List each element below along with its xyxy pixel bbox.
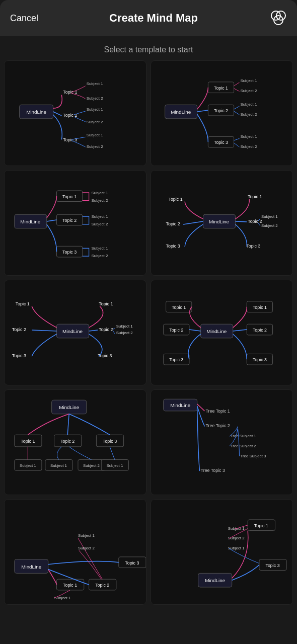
svg-text:Topic 2: Topic 2	[99, 327, 113, 332]
svg-text:Subject 2: Subject 2	[83, 463, 100, 468]
svg-text:MindLine: MindLine	[209, 219, 229, 224]
template-card-2[interactable]: MindLine Topic 1 Subject 1 Subject 2 Top…	[151, 60, 293, 166]
svg-text:MindLine: MindLine	[26, 109, 46, 115]
svg-text:Subject 1: Subject 1	[87, 82, 103, 86]
svg-text:Subject 2: Subject 2	[87, 120, 103, 124]
svg-text:Topic 3: Topic 3	[63, 137, 77, 142]
circles-icon	[269, 9, 287, 27]
svg-text:Topic 2: Topic 2	[169, 328, 183, 333]
svg-text:Topic 1: Topic 1	[63, 583, 77, 588]
svg-text:Subject 1: Subject 1	[87, 107, 103, 112]
svg-text:Subject 2: Subject 2	[228, 536, 245, 540]
svg-text:Topic 1: Topic 1	[99, 301, 113, 306]
svg-text:Topic 2: Topic 2	[12, 327, 26, 332]
svg-text:Topic 2: Topic 2	[63, 113, 77, 118]
svg-text:Tree Subject 1: Tree Subject 1	[231, 434, 256, 438]
svg-text:Subject 1: Subject 1	[50, 463, 67, 468]
svg-text:MindLine: MindLine	[171, 109, 191, 115]
svg-text:Subject 1: Subject 1	[92, 214, 108, 219]
svg-text:Subject 1: Subject 1	[261, 214, 278, 219]
svg-text:Topic 2: Topic 2	[166, 221, 180, 226]
svg-text:Subject 2: Subject 2	[92, 198, 108, 203]
svg-text:Topic 2: Topic 2	[214, 108, 228, 113]
svg-text:Topic 1: Topic 1	[62, 194, 77, 199]
svg-text:Topic 1: Topic 1	[248, 194, 262, 199]
svg-text:Topic 3: Topic 3	[214, 140, 228, 145]
template-card-10[interactable]: MindLine Topic 1 Topic 3 Subject 1 Subje…	[151, 499, 293, 605]
svg-text:Topic 2: Topic 2	[253, 328, 267, 333]
svg-text:Topic 3: Topic 3	[125, 560, 139, 566]
svg-text:Tree Topic 2: Tree Topic 2	[205, 423, 230, 428]
svg-text:Subject 1: Subject 1	[116, 324, 133, 329]
template-card-7[interactable]: MindLine Topic 1 Topic 2 Topic 3 Subject…	[4, 389, 146, 495]
template-grid: MindLine Topic 1 Subject 1 Subject 2 Top…	[0, 60, 297, 609]
svg-text:Tree Topic 3: Tree Topic 3	[201, 468, 225, 473]
svg-text:Tree Subject 2: Tree Subject 2	[231, 444, 256, 448]
svg-text:Subject 1: Subject 1	[78, 533, 95, 538]
svg-text:Topic 1: Topic 1	[253, 305, 267, 310]
svg-text:Topic 1: Topic 1	[16, 301, 30, 306]
app-header: Cancel Create Mind Map	[0, 0, 297, 36]
svg-text:Topic 1: Topic 1	[214, 86, 228, 91]
svg-text:Subject 1: Subject 1	[20, 463, 36, 468]
svg-text:Subject 1: Subject 1	[240, 134, 257, 139]
cancel-button[interactable]: Cancel	[10, 13, 38, 24]
svg-text:Topic 3: Topic 3	[98, 353, 112, 358]
svg-text:Topic 3: Topic 3	[12, 353, 26, 358]
svg-text:MindLine: MindLine	[21, 564, 41, 570]
svg-text:Topic 3: Topic 3	[166, 244, 180, 249]
svg-text:Topic 1: Topic 1	[21, 439, 35, 444]
svg-text:Subject 2: Subject 2	[116, 331, 133, 335]
svg-text:Topic 2: Topic 2	[62, 218, 77, 223]
svg-text:Subject 1: Subject 1	[92, 191, 108, 195]
svg-text:Subject 2: Subject 2	[240, 112, 257, 117]
svg-text:MindLine: MindLine	[170, 403, 190, 408]
svg-text:Topic 1: Topic 1	[63, 90, 77, 95]
template-card-5[interactable]: MindLine Topic 1 Topic 2 Topic 3 Topic 1…	[4, 280, 146, 385]
svg-text:MindLine: MindLine	[20, 219, 40, 224]
svg-text:Topic 1: Topic 1	[169, 197, 183, 202]
template-card-6[interactable]: MindLine Topic 1 Topic 2 Topic 3 Topic 1…	[151, 280, 293, 385]
svg-text:Subject 1: Subject 1	[54, 596, 71, 600]
svg-text:Topic 3: Topic 3	[266, 563, 280, 568]
svg-text:Subject 2: Subject 2	[87, 96, 103, 101]
svg-text:Topic 1: Topic 1	[254, 523, 268, 528]
svg-text:Topic 1: Topic 1	[172, 305, 186, 310]
svg-text:Topic 3: Topic 3	[62, 250, 77, 255]
svg-text:Subject 1: Subject 1	[87, 133, 103, 137]
svg-text:Tree Topic 1: Tree Topic 1	[205, 409, 230, 414]
svg-text:Subject 2: Subject 2	[92, 222, 108, 226]
svg-text:Subject 1: Subject 1	[240, 78, 257, 83]
template-card-4[interactable]: MindLine Topic 1 Topic 2 Topic 3 Topic 1…	[151, 170, 293, 276]
template-card-1[interactable]: MindLine Topic 1 Subject 1 Subject 2 Top…	[4, 60, 146, 166]
svg-text:Tree Subject 3: Tree Subject 3	[240, 454, 266, 458]
svg-text:MindLine: MindLine	[206, 329, 227, 334]
svg-text:Subject 2: Subject 2	[78, 546, 95, 550]
page-title: Create Mind Map	[109, 12, 198, 25]
svg-text:MindLine: MindLine	[205, 578, 225, 583]
svg-text:Subject 2: Subject 2	[240, 89, 257, 93]
svg-text:Subject 1: Subject 1	[106, 463, 123, 468]
svg-text:Subject 1: Subject 1	[228, 546, 245, 550]
svg-text:MindLine: MindLine	[62, 329, 83, 334]
svg-text:Topic 2: Topic 2	[60, 439, 75, 444]
template-card-8[interactable]: MindLine Tree Topic 1 Tree Topic 2 Tree …	[151, 389, 293, 495]
svg-text:Subject 2: Subject 2	[261, 223, 278, 228]
svg-text:Subject 2: Subject 2	[87, 144, 103, 149]
svg-text:Topic 3: Topic 3	[169, 357, 183, 362]
template-card-3[interactable]: MindLine Topic 1 Subject 1 Subject 2 Top…	[4, 170, 146, 276]
svg-text:Topic 3: Topic 3	[253, 357, 267, 362]
svg-text:Topic 3: Topic 3	[246, 244, 260, 249]
svg-text:Subject 2: Subject 2	[92, 254, 108, 258]
template-card-9[interactable]: MindLine Topic 1 Topic 2 Topic 3 Subject…	[4, 499, 146, 605]
svg-text:Subject 1: Subject 1	[92, 246, 108, 251]
svg-text:Topic 3: Topic 3	[103, 439, 117, 444]
svg-text:MindLine: MindLine	[59, 405, 79, 410]
svg-text:Topic 2: Topic 2	[95, 583, 109, 588]
svg-text:Subject 2: Subject 2	[240, 144, 257, 149]
subtitle-text: Select a template to start	[0, 36, 297, 60]
svg-text:Subject 1: Subject 1	[240, 102, 257, 107]
